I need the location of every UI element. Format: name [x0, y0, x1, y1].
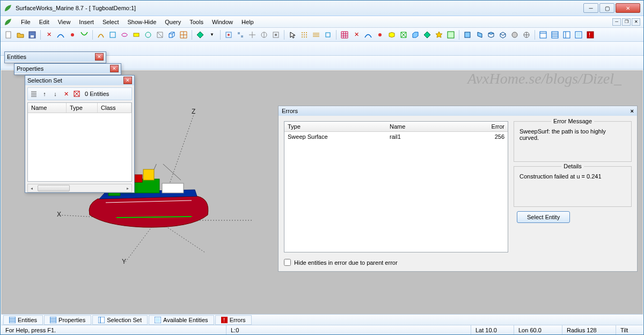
minimize-button[interactable]: ─	[583, 3, 598, 13]
tab-entities[interactable]: Entities	[3, 315, 43, 325]
grid-lines-icon[interactable]	[311, 29, 321, 40]
mdi-close-button[interactable]: ✕	[632, 18, 640, 26]
maximize-button[interactable]: ▢	[599, 3, 614, 13]
tool-h-icon[interactable]	[235, 29, 246, 40]
menu-view[interactable]: View	[54, 17, 75, 27]
menu-show-hide[interactable]: Show-Hide	[123, 17, 160, 27]
errors-col-type[interactable]: Type	[284, 122, 386, 131]
hide-entities-checkbox-input[interactable]	[284, 259, 291, 266]
tool-j-icon[interactable]	[259, 29, 269, 40]
point-red-x-icon[interactable]: ✕	[43, 29, 54, 40]
hide-entities-checkbox[interactable]: Hide entities in error due to parent err…	[284, 259, 508, 266]
bead-icon[interactable]	[67, 29, 78, 40]
menu-tools[interactable]: Tools	[185, 17, 208, 27]
entity-c-icon[interactable]	[119, 29, 130, 40]
view-iso-icon[interactable]	[497, 29, 508, 40]
view-top-icon[interactable]	[486, 29, 496, 40]
panel-props-icon[interactable]	[550, 29, 560, 40]
select-entity-button[interactable]: Select Entity	[517, 211, 570, 223]
solid-icon[interactable]	[410, 29, 421, 40]
errors-col-error[interactable]: Error	[462, 122, 508, 131]
entities-close-icon[interactable]: ✕	[95, 53, 104, 61]
grid-dots-icon[interactable]	[299, 29, 310, 40]
selection-set-grid[interactable]: Name Type Class	[27, 102, 132, 182]
errors-close-icon[interactable]: ×	[631, 108, 634, 114]
delete-icon[interactable]: ✕	[62, 90, 70, 98]
error-message-text[interactable]	[518, 127, 627, 156]
snap-icon[interactable]	[323, 29, 333, 40]
tab-errors[interactable]: !Errors	[215, 315, 252, 325]
panel-available-icon[interactable]	[573, 29, 584, 40]
entity-f-icon[interactable]	[155, 29, 165, 40]
menu-insert[interactable]: Insert	[75, 17, 98, 27]
properties-panel[interactable]: Properties✕	[14, 63, 121, 75]
mesh-icon[interactable]	[398, 29, 409, 40]
close-button[interactable]: ✕	[616, 3, 640, 13]
selection-set-panel[interactable]: Selection Set✕ ↑ ↓ ✕ 0 Entities Name Typ…	[25, 75, 135, 193]
tab-available-entities[interactable]: Available Entities	[149, 315, 214, 325]
mdi-minimize-button[interactable]: ─	[612, 18, 621, 26]
dropdown-arrow-icon[interactable]: ▼	[207, 29, 217, 40]
open-file-icon[interactable]	[15, 29, 26, 40]
tab-properties[interactable]: Properties	[44, 315, 91, 325]
scroll-right-arrow[interactable]: ▸	[124, 184, 131, 192]
column-class[interactable]: Class	[98, 103, 131, 113]
curve2-icon[interactable]	[79, 29, 90, 40]
point-x2-icon[interactable]: ✕	[351, 29, 362, 40]
curve-icon[interactable]	[55, 29, 66, 40]
column-name[interactable]: Name	[28, 103, 67, 113]
clear-icon[interactable]	[72, 90, 81, 98]
menu-file[interactable]: File	[17, 17, 35, 27]
details-text[interactable]	[518, 172, 627, 201]
box-icon[interactable]	[166, 29, 177, 40]
menu-window[interactable]: Window	[208, 17, 237, 27]
scroll-thumb[interactable]	[38, 185, 70, 191]
svg-rect-2	[31, 35, 34, 38]
save-icon[interactable]	[27, 29, 38, 40]
move-down-icon[interactable]: ↓	[51, 90, 60, 98]
cursor-icon[interactable]	[287, 29, 298, 40]
star-icon[interactable]	[434, 29, 444, 40]
panel-entities-icon[interactable]	[538, 29, 548, 40]
menu-select[interactable]: Select	[98, 17, 123, 27]
errors-table[interactable]: Type Name Error Sweep Surface rail1 256	[284, 121, 508, 252]
show-all-icon[interactable]	[445, 29, 456, 40]
entity-d-icon[interactable]	[131, 29, 142, 40]
diamond-icon[interactable]	[195, 29, 206, 40]
errors-row[interactable]: Sweep Surface rail1 256	[284, 132, 508, 142]
surface-icon[interactable]	[386, 29, 397, 40]
selection-set-close-icon[interactable]: ✕	[123, 77, 132, 84]
menu-edit[interactable]: Edit	[35, 17, 54, 27]
properties-close-icon[interactable]: ✕	[110, 65, 119, 72]
panel-selset-icon[interactable]	[561, 29, 572, 40]
diamond2-icon[interactable]	[422, 29, 433, 40]
scroll-left-arrow[interactable]: ◂	[28, 184, 35, 192]
horizontal-scrollbar[interactable]: ◂ ▸	[27, 184, 132, 192]
errors-col-name[interactable]: Name	[386, 122, 462, 131]
view-wire-icon[interactable]	[521, 29, 532, 40]
view-shade-icon[interactable]	[509, 29, 520, 40]
curve3-icon[interactable]	[363, 29, 374, 40]
view-side-icon[interactable]	[474, 29, 485, 40]
view-front-icon[interactable]	[462, 29, 473, 40]
tab-selection-set[interactable]: Selection Set	[92, 315, 148, 325]
column-type[interactable]: Type	[67, 103, 98, 113]
new-file-icon[interactable]	[3, 29, 14, 40]
list-view-icon[interactable]	[30, 90, 38, 98]
wireframe-icon[interactable]	[178, 29, 189, 40]
entity-e-icon[interactable]	[143, 29, 153, 40]
bead2-icon[interactable]	[375, 29, 385, 40]
errors-panel[interactable]: Errors × Type Name Error Sweep Surface r…	[278, 106, 638, 272]
panel-errors-icon[interactable]: !	[585, 29, 596, 40]
entity-a-icon[interactable]	[96, 29, 106, 40]
tool-k-icon[interactable]	[270, 29, 281, 40]
entity-b-icon[interactable]	[107, 29, 118, 40]
entities-panel[interactable]: Entities✕	[4, 51, 106, 63]
tool-g-icon[interactable]	[223, 29, 234, 40]
menu-help[interactable]: Help	[237, 17, 258, 27]
grid-fine-icon[interactable]	[339, 29, 350, 40]
menu-query[interactable]: Query	[160, 17, 185, 27]
mdi-restore-button[interactable]: ❐	[622, 18, 631, 26]
tool-i-icon[interactable]	[247, 29, 258, 40]
move-up-icon[interactable]: ↑	[40, 90, 49, 98]
